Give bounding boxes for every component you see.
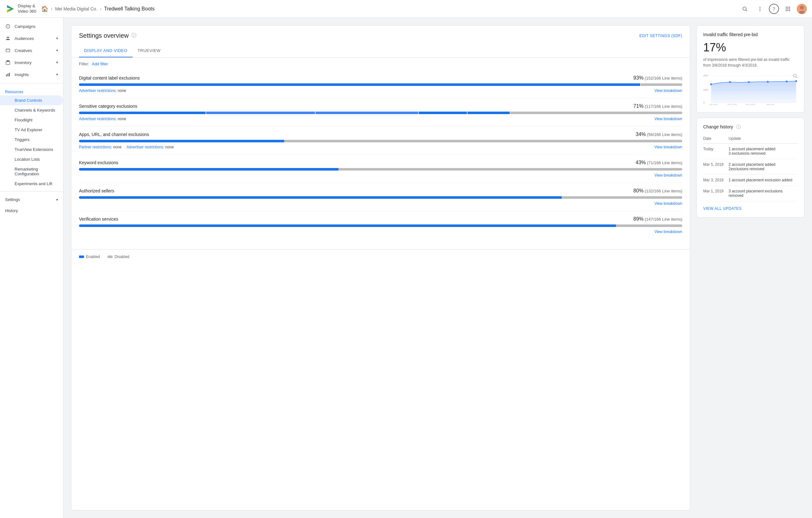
remarketing-config-label: Remarketing Configuration	[14, 167, 39, 176]
progress-bar-authorized-sellers	[79, 196, 682, 199]
sidebar-item-remarketing-config[interactable]: Remarketing Configuration	[0, 164, 63, 179]
more-options-button[interactable]	[754, 3, 766, 15]
view-breakdown-sensitive-category[interactable]: View breakdown	[655, 117, 682, 121]
traffic-description: of impressions were filtered pre-bid as …	[703, 57, 798, 68]
channels-keywords-label: Channels & Keywords	[14, 108, 55, 113]
resources-section-label: Resources	[0, 86, 63, 95]
svg-point-30	[793, 74, 796, 77]
metric-percent-digital-content: 93%	[633, 75, 644, 81]
sidebar-item-insights[interactable]: Insights ▾	[0, 68, 63, 81]
sidebar-item-tv-ad-explorer[interactable]: TV Ad Explorer	[0, 125, 63, 135]
sidebar-item-trueview-extensions[interactable]: TrueView Extensions	[0, 145, 63, 154]
metric-name-verification-services: Verification services	[79, 216, 118, 222]
progress-bar-verification-services	[79, 224, 682, 227]
add-filter-button[interactable]: Add filter	[92, 61, 108, 66]
inventory-chevron-icon: ▾	[56, 60, 58, 65]
view-breakdown-keyword[interactable]: View breakdown	[655, 173, 682, 178]
search-button[interactable]	[738, 3, 751, 15]
sidebar-item-channels-keywords[interactable]: Channels & Keywords	[0, 105, 63, 115]
metric-count-authorized-sellers: (132/166 Line items)	[644, 189, 682, 193]
change-history-help-icon: ⓘ	[736, 124, 741, 129]
bar-remaining-sensitive	[510, 112, 682, 114]
view-breakdown-authorized-sellers[interactable]: View breakdown	[655, 201, 682, 206]
settings-tabs: DISPLAY AND VIDEO TRUEVIEW	[71, 44, 690, 58]
legend-enabled: Enabled	[79, 254, 100, 259]
settings-chevron-icon: ▾	[56, 197, 58, 202]
sidebar-item-location-lists[interactable]: Location Lists	[0, 154, 63, 164]
filter-bar: Filter: Add filter	[71, 58, 690, 70]
metric-row-verification-services: Verification services 89% (147/166 Line …	[79, 211, 682, 239]
legend-enabled-dot	[79, 255, 84, 258]
view-breakdown-apps-url[interactable]: View breakdown	[655, 145, 682, 149]
creatives-chevron-icon: ▾	[56, 48, 58, 53]
history-row-today: Today 1 account placement added 3 exclus…	[703, 144, 798, 159]
bar-seg-2	[206, 112, 315, 114]
metric-header-sensitive-category: Sensitive category exclusions 71% (117/1…	[79, 103, 682, 109]
svg-point-41	[767, 81, 769, 83]
svg-rect-9	[788, 7, 788, 8]
tab-trueview[interactable]: TRUEVIEW	[133, 44, 166, 57]
sidebar-item-triggers[interactable]: Triggers	[0, 135, 63, 145]
metric-header-apps-url: Apps, URL, and channel exclusions 34% (5…	[79, 131, 682, 137]
sidebar-item-creatives[interactable]: Creatives ▾	[0, 44, 63, 56]
sidebar-item-settings[interactable]: Settings ▾	[0, 194, 63, 205]
svg-rect-29	[9, 73, 10, 77]
brand-controls-label: Brand Controls	[14, 98, 42, 103]
view-all-updates-button[interactable]: VIEW ALL UPDATES	[703, 206, 798, 211]
settings-header: Settings overview ⓘ EDIT SETTINGS (SDF)	[71, 26, 690, 39]
metric-name-sensitive-category: Sensitive category exclusions	[79, 104, 137, 109]
svg-point-24	[8, 37, 9, 38]
metric-header-keyword: Keyword exclusions 43% (71/166 Line item…	[79, 160, 682, 165]
bar-fill-verification-services	[79, 224, 616, 227]
view-breakdown-digital-content[interactable]: View breakdown	[655, 88, 682, 93]
bar-remaining-authorized-sellers	[562, 196, 682, 199]
grid-icon	[785, 6, 791, 12]
svg-rect-10	[789, 7, 790, 8]
metric-count-digital-content: (152/166 Line items)	[644, 76, 682, 81]
history-date-today: Today	[703, 144, 729, 159]
history-date-mar3: Mar 3, 2019	[703, 175, 729, 186]
history-row-mar5: Mar 5, 2019 2 account placement added 2e…	[703, 159, 798, 175]
sidebar-item-experiments-lift[interactable]: Experiments and Lift	[0, 179, 63, 189]
svg-text:3/28-4/3: 3/28-4/3	[766, 104, 775, 105]
tab-display-video[interactable]: DISPLAY AND VIDEO	[79, 44, 133, 57]
edit-settings-button[interactable]: EDIT SETTINGS (SDF)	[639, 34, 682, 38]
metric-name-apps-url: Apps, URL, and channel exclusions	[79, 132, 149, 137]
tv-ad-explorer-label: TV Ad Explorer	[14, 127, 42, 132]
col-update: Update	[729, 134, 798, 144]
sidebar-item-campaigns[interactable]: Campaigns	[0, 20, 63, 32]
svg-point-23	[7, 37, 8, 38]
help-button[interactable]: ?	[769, 4, 779, 14]
metric-stats-sensitive-category: 71% (117/166 Line items)	[633, 103, 682, 109]
svg-rect-14	[786, 10, 787, 11]
apps-grid-button[interactable]	[782, 3, 794, 15]
sidebar-item-brand-controls[interactable]: Brand Controls	[0, 95, 63, 105]
svg-line-31	[796, 77, 798, 78]
chart-search-icon[interactable]	[793, 73, 798, 80]
sidebar-item-history[interactable]: History	[0, 205, 63, 216]
svg-point-40	[748, 81, 750, 83]
history-row-mar1: Mar 1, 2019 3 account placement exclusio…	[703, 186, 798, 201]
bar-seg-5	[467, 112, 510, 114]
metric-footer-left-digital-content: Advertiser restrictions: none	[79, 88, 126, 93]
history-date-mar5: Mar 5, 2019	[703, 159, 729, 175]
metric-footer-apps-url: Partner restrictions: none Advertiser re…	[79, 145, 682, 149]
view-breakdown-verification-services[interactable]: View breakdown	[655, 230, 682, 234]
insights-chevron-icon: ▾	[56, 72, 58, 77]
metric-footer-digital-content: Advertiser restrictions: none View break…	[79, 88, 682, 93]
advertiser-restrictions-digital-content: Advertiser restrictions: none	[79, 88, 126, 93]
sidebar-item-inventory[interactable]: Inventory ▾	[0, 56, 63, 68]
bar-fill-apps-url	[79, 140, 284, 142]
breadcrumb-partner[interactable]: Mei Media Digital Co.	[55, 6, 97, 11]
bar-seg-4	[419, 112, 467, 114]
inventory-icon	[5, 60, 11, 65]
user-avatar[interactable]	[797, 4, 807, 14]
breadcrumb-home[interactable]: 🏠	[41, 5, 48, 12]
sidebar-item-floodlight[interactable]: Floodlight	[0, 115, 63, 125]
change-history-title-text: Change history	[703, 124, 733, 129]
legend-disabled-label: Disabled	[115, 254, 129, 259]
sidebar-item-audiences[interactable]: Audiences ▾	[0, 32, 63, 44]
settings-label: Settings	[5, 197, 20, 202]
legend-enabled-label: Enabled	[86, 254, 100, 259]
svg-point-3	[743, 7, 746, 10]
